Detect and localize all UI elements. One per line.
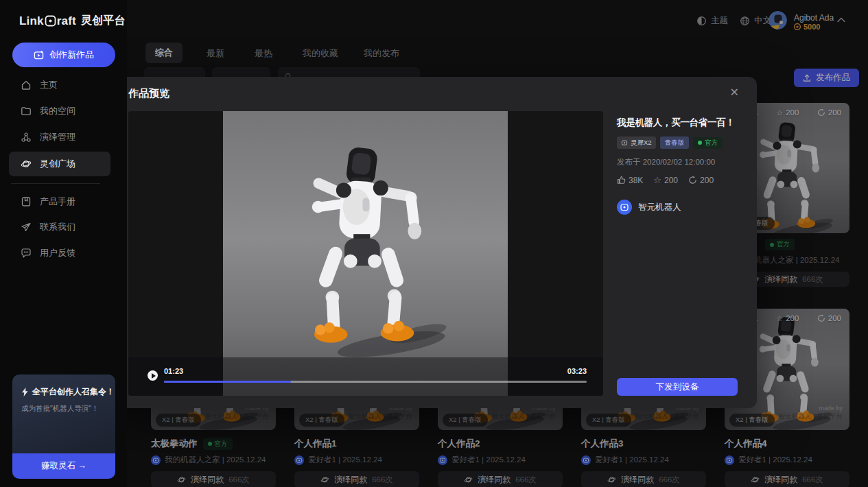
play-icon <box>152 373 156 379</box>
brand-name-cn: 灵创平台 <box>81 14 126 28</box>
publish-date: 发布于 2020/02/02 12:00:00 <box>617 157 738 167</box>
sidebar-item-contact-us[interactable]: 联系我们 <box>9 215 110 239</box>
progress-fill <box>164 381 291 383</box>
sidebar-item-my-space[interactable]: 我的空间 <box>9 99 110 123</box>
lightning-icon <box>21 388 29 396</box>
sidebar-item-performance-management[interactable]: 演绎管理 <box>9 125 110 150</box>
close-icon[interactable]: ✕ <box>730 86 739 99</box>
play-button[interactable] <box>148 370 158 381</box>
sidebar-divider <box>11 183 100 184</box>
create-new-work-button[interactable]: 创作新作品 <box>12 43 115 67</box>
sidebar: Link raft 灵创平台 创作新作品 主页 我的空间 演绎管理 <box>0 0 127 487</box>
app-root: 综合 最新 最热 我的收藏 我的发布 发布作品 主题 中文 <box>0 0 868 487</box>
deploy-to-device-button[interactable]: 下发到设备 <box>617 378 738 396</box>
player-controls: 01:23 03:23 <box>128 357 603 396</box>
planet-icon <box>21 158 32 169</box>
earn-gems-button[interactable]: 赚取灵石 → <box>12 453 115 479</box>
sidebar-item-lingchuang-plaza[interactable]: 灵创广场 <box>9 152 110 176</box>
sidebar-item-label: 联系我们 <box>40 221 75 233</box>
sidebar-item-label: 演绎管理 <box>40 131 75 143</box>
create-video-icon <box>34 50 44 60</box>
promo-title: 全平台创作人召集令！ <box>21 386 115 398</box>
work-info-panel: 我是机器人，买一台省一百！ 灵犀X2 青春版 官方 发布于 2020/02/02… <box>617 117 738 215</box>
sidebar-item-label: 产品手册 <box>40 195 75 208</box>
feedback-bubble-icon <box>21 248 32 259</box>
edition-tag: 青春版 <box>660 136 690 149</box>
work-tags: 灵犀X2 青春版 官方 <box>617 136 738 149</box>
sidebar-item-label: 主页 <box>40 79 58 91</box>
work-preview-modal: 作品预览 ✕ 01:23 03:23 <box>112 77 757 408</box>
like-icon <box>617 176 626 185</box>
sidebar-item-product-manual[interactable]: 产品手册 <box>9 189 110 214</box>
share-count[interactable]: 200 <box>688 176 714 185</box>
star-count[interactable]: ☆200 <box>653 175 678 185</box>
work-title: 我是机器人，买一台省一百！ <box>617 117 738 129</box>
official-dot-icon <box>698 141 702 145</box>
manual-icon <box>21 196 32 207</box>
model-tag: 灵犀X2 <box>617 136 656 149</box>
robot-video <box>223 111 508 396</box>
modal-title: 作品预览 <box>128 87 169 100</box>
home-icon <box>21 80 32 91</box>
sidebar-item-label: 我的空间 <box>40 105 75 117</box>
sidebar-item-label: 灵创广场 <box>40 158 75 170</box>
sidebar-item-home[interactable]: 主页 <box>9 73 110 97</box>
author-name: 智元机器人 <box>638 202 681 213</box>
work-author[interactable]: 智元机器人 <box>617 200 738 215</box>
sidebar-item-user-feedback[interactable]: 用户反馈 <box>9 241 110 265</box>
robot-face-icon <box>621 139 628 146</box>
creator-promo-card: 全平台创作人召集令！ 成为首批"机器人导演"！ 赚取灵石 → <box>12 375 115 479</box>
share-icon <box>688 176 697 185</box>
brand-logo: Link raft 灵创平台 <box>19 14 126 28</box>
video-frame <box>223 111 508 396</box>
sidebar-item-label: 用户反馈 <box>40 247 75 259</box>
author-avatar <box>617 200 632 215</box>
video-player[interactable]: 01:23 03:23 <box>128 111 603 396</box>
total-duration: 03:23 <box>567 367 587 375</box>
progress-bar[interactable] <box>164 381 587 383</box>
folder-icon <box>21 106 32 117</box>
work-stats: 38K ☆200 200 <box>617 175 738 185</box>
brand-mark-icon <box>45 15 56 27</box>
star-icon: ☆ <box>653 175 661 185</box>
create-new-work-label: 创作新作品 <box>49 49 94 61</box>
current-time: 01:23 <box>164 367 183 375</box>
like-count[interactable]: 38K <box>617 176 643 185</box>
nodes-icon <box>21 132 32 143</box>
official-tag: 官方 <box>693 137 723 149</box>
promo-subtitle: 成为首批"机器人导演"！ <box>21 404 98 414</box>
paper-plane-icon <box>21 222 32 233</box>
